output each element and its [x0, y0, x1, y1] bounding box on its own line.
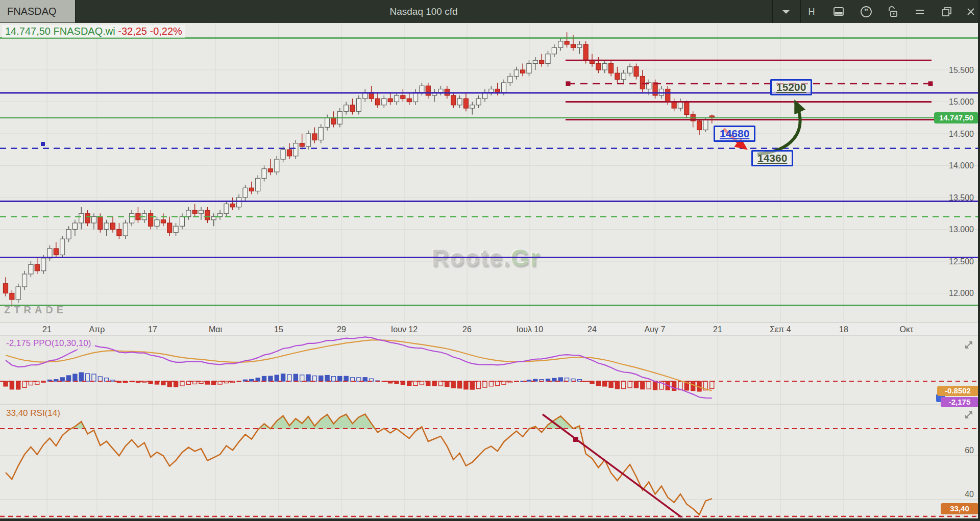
svg-text:29: 29: [337, 325, 346, 334]
svg-text:40: 40: [965, 490, 974, 499]
window-border: [0, 518, 980, 521]
ppo-panel-expand-icon[interactable]: [964, 340, 974, 350]
h-button-icon[interactable]: H: [802, 0, 821, 23]
svg-text:12.000: 12.000: [949, 289, 974, 297]
rsi-panel[interactable]: 6040: [0, 414, 978, 521]
price-target-label-15200[interactable]: 15200: [770, 79, 812, 95]
symbol-text: FNASDAQ.wi: [54, 26, 115, 37]
price-gridlines-and-labels: 15.50015.00014.50014.00013.50013.00012.5…: [0, 66, 978, 298]
rsi-value-axis-badge: 33,40: [941, 503, 978, 514]
svg-text:Οκτ: Οκτ: [900, 325, 914, 334]
svg-text:Απρ: Απρ: [89, 325, 105, 334]
svg-text:Σεπ 4: Σεπ 4: [770, 325, 791, 334]
svg-text:60: 60: [965, 446, 974, 455]
svg-text:26: 26: [462, 325, 472, 334]
rsi-panel-expand-icon[interactable]: [964, 410, 974, 420]
svg-text:”: ”: [864, 8, 868, 16]
ppo-value-axis-badge: -2,175: [941, 397, 978, 407]
panel-layout-icon[interactable]: [829, 0, 848, 23]
window-title: Nasdaq 100 cfd: [286, 0, 561, 23]
ppo-indicator-label[interactable]: -2,175 PPO(10,30,10): [2, 337, 95, 350]
svg-text:24: 24: [587, 325, 597, 334]
change-pct-text: -0,22%: [150, 26, 182, 37]
svg-text:Ιουλ 10: Ιουλ 10: [517, 325, 543, 334]
minimize-icon[interactable]: [911, 0, 929, 23]
vertical-gridlines: [47, 23, 906, 517]
svg-text:14.500: 14.500: [949, 130, 974, 138]
titlebar-divider: [800, 0, 801, 23]
ppo-signal-axis-badge: -0.8502: [937, 386, 978, 396]
last-price-axis-badge: 14.747,50: [934, 112, 978, 123]
titlebar-divider: [772, 0, 773, 23]
price-target-label-14680[interactable]: 14680: [714, 126, 755, 142]
svg-text:21: 21: [713, 325, 722, 334]
rsi-indicator-label[interactable]: 33,40 RSI(14): [2, 407, 64, 419]
svg-text:Μαι: Μαι: [209, 325, 223, 334]
svg-text:17: 17: [148, 325, 157, 334]
lock-open-icon[interactable]: [884, 0, 902, 23]
chart-surface[interactable]: 15.50015.00014.50014.00013.50013.00012.5…: [0, 0, 980, 521]
svg-text:12.500: 12.500: [949, 257, 974, 266]
candlestick-series[interactable]: [4, 32, 715, 307]
svg-text:Αυγ 7: Αυγ 7: [645, 325, 666, 334]
price-level-lines[interactable]: [0, 38, 978, 306]
annotation-arrow[interactable]: [757, 103, 800, 154]
svg-text:21: 21: [42, 325, 52, 334]
svg-text:13.000: 13.000: [949, 225, 974, 234]
quote-icon[interactable]: ”: [857, 0, 875, 23]
svg-text:15.000: 15.000: [949, 97, 974, 106]
svg-text:H: H: [808, 7, 815, 17]
close-icon[interactable]: [962, 0, 980, 23]
svg-text:15.500: 15.500: [949, 66, 974, 75]
svg-text:15: 15: [274, 325, 283, 334]
titlebar: FNASDAQ Nasdaq 100 cfd H ”: [0, 0, 980, 23]
restore-window-icon[interactable]: [938, 0, 956, 23]
svg-text:13.500: 13.500: [949, 193, 974, 202]
svg-text:18: 18: [839, 325, 848, 334]
change-text: -32,25: [118, 26, 147, 37]
time-axis[interactable]: 21Απρ17Μαι1529Ιουν 1226Ιουλ 1024Αυγ 721Σ…: [0, 322, 978, 336]
svg-text:Ιουν 12: Ιουν 12: [391, 325, 418, 334]
symbol-info-line: 14.747,50 FNASDAQ.wi -32,25 -0,22%: [2, 25, 185, 38]
chart-list-dropdown-icon[interactable]: [777, 0, 795, 23]
last-price-text: 14.747,50: [5, 26, 51, 37]
window-border: [978, 0, 980, 521]
symbol-tab[interactable]: FNASDAQ: [0, 0, 76, 22]
svg-text:14.000: 14.000: [949, 161, 974, 170]
price-target-label-14360[interactable]: 14360: [751, 150, 793, 166]
trading-app-window: Roote.Gr ZTRADE 15.50015.00014.50014.000…: [0, 0, 980, 521]
ppo-panel[interactable]: [0, 337, 978, 398]
rsi-trendline[interactable]: [543, 414, 687, 521]
